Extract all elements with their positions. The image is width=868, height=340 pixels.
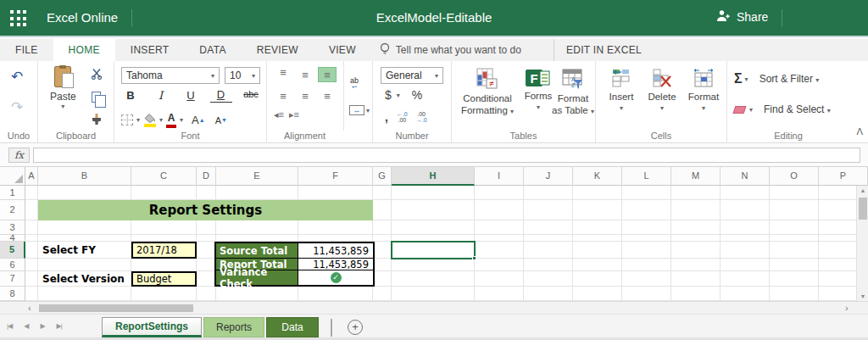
borders-icon[interactable] [121,114,133,125]
grid-cell-G8[interactable] [373,287,392,301]
grid-cell-K8[interactable] [573,287,622,301]
select-all-corner[interactable] [0,167,25,186]
grid-cell-D1[interactable] [197,186,216,200]
grid-cell-C3[interactable] [131,220,197,235]
grid-cell-N5[interactable] [721,242,770,259]
report-settings-title-cell[interactable]: Report Settings [38,200,373,220]
grid-cell-N1[interactable] [721,186,770,200]
grid-cell-I5[interactable] [475,242,524,259]
grid-cell-E1[interactable] [216,186,298,200]
formula-input[interactable] [33,148,860,163]
underline-button[interactable]: U [180,89,202,103]
grid-cell-G3[interactable] [373,220,392,235]
grid-cell-J4[interactable] [524,235,573,242]
currency-icon[interactable]: $ [385,88,392,102]
grid-cell-M6[interactable] [671,259,721,271]
italic-button[interactable]: I [150,89,172,103]
grid-cell-J3[interactable] [524,220,573,235]
grid-cell-I3[interactable] [475,220,524,235]
grid-cell-M2[interactable] [671,200,721,220]
vertical-scrollbar[interactable]: ▲ ▼ [856,186,868,301]
column-header-J[interactable]: J [524,167,573,186]
grid-cell-C4[interactable] [131,235,197,242]
tell-me-box[interactable]: Tell me what you want to do [371,39,530,61]
grid-cell-A4[interactable] [25,235,38,242]
align-right-icon[interactable]: ≡ [318,88,337,103]
grid-cell-J5[interactable] [524,242,573,259]
row-header-6[interactable]: 6 [0,259,25,271]
column-header-A[interactable]: A [25,167,38,186]
fill-color-icon[interactable] [143,114,156,127]
grid-cell-H6[interactable] [392,259,475,271]
insert-cells-button[interactable]: Insert ▾ [603,68,640,114]
grid-cell-B1[interactable] [38,186,131,200]
grid-cell-J2[interactable] [524,200,573,220]
column-header-C[interactable]: C [131,167,197,186]
grid-cell-N4[interactable] [721,235,770,242]
grid-cell-E3[interactable] [216,220,298,235]
grid-cell-A3[interactable] [25,220,38,235]
grid-cell-L1[interactable] [622,186,671,200]
forms-button[interactable]: F Forms ▾ [521,68,555,114]
grid-cell-N8[interactable] [721,287,770,301]
grid-cell-D4[interactable] [197,235,216,242]
grid-cell-L2[interactable] [622,200,671,220]
column-header-G[interactable]: G [373,167,392,186]
menu-tab-insert[interactable]: INSERT [115,39,185,61]
row-header-5[interactable]: 5 [0,242,25,259]
grid-cell-F8[interactable] [298,287,373,301]
conditional-formatting-button[interactable]: ≠ Conditional Formatting ▾ [457,68,518,118]
font-color-icon[interactable]: A [166,112,176,128]
grid-cell-A7[interactable] [25,271,38,287]
column-header-I[interactable]: I [475,167,524,186]
grid-cell-C6[interactable] [131,259,197,271]
first-sheet-icon[interactable]: |◀ [7,322,12,330]
grid-cell-O5[interactable] [770,242,819,259]
grid-cell-L7[interactable] [622,271,671,287]
grid-cell-L3[interactable] [622,220,671,235]
bold-button[interactable]: B [120,89,142,103]
column-header-M[interactable]: M [671,167,721,186]
increase-decimal-icon[interactable]: ←.0.00 [397,111,408,123]
comma-style-icon[interactable]: , [385,110,388,124]
grid-cell-D8[interactable] [197,287,216,301]
row-header-3[interactable]: 3 [0,220,25,235]
strikethrough-button[interactable]: abc [240,89,262,103]
grid-cell-I1[interactable] [475,186,524,200]
copy-icon[interactable] [92,92,101,103]
grid-cell-I8[interactable] [475,287,524,301]
paste-button[interactable]: Paste ▾ [50,66,76,110]
grid-cell-D5[interactable] [197,242,216,259]
grid-cell-A6[interactable] [25,259,38,271]
add-sheet-button[interactable]: + [348,320,363,335]
select-version-input-cell[interactable]: Budget [131,271,197,287]
column-header-L[interactable]: L [622,167,671,186]
report-total-value[interactable]: 11,453,859 [298,259,373,270]
grid-cell-M8[interactable] [671,287,721,301]
align-left-icon[interactable]: ≡ [274,88,292,103]
grid-cell-M3[interactable] [671,220,721,235]
row-header-1[interactable]: 1 [0,186,25,200]
grid-cell-K4[interactable] [573,235,622,242]
grid-cell-A2[interactable] [25,200,38,220]
grid-cell-A5[interactable] [25,242,38,259]
shrink-font-icon[interactable]: A▼ [215,115,227,125]
grid-cell-K6[interactable] [573,259,622,271]
grid-cell-G6[interactable] [373,259,392,271]
column-header-F[interactable]: F [298,167,373,186]
grid-cell-L4[interactable] [622,235,671,242]
menu-tab-review[interactable]: REVIEW [242,39,314,61]
last-sheet-icon[interactable]: ▶| [57,322,62,330]
grid-cell-N2[interactable] [721,200,770,220]
grid-cell-O1[interactable] [770,186,819,200]
grid-cell-J1[interactable] [524,186,573,200]
grid-cell-C1[interactable] [131,186,197,200]
prev-sheet-icon[interactable]: ◀ [24,322,28,330]
selected-cell-h5[interactable] [391,241,476,259]
format-as-table-button[interactable]: AZ Format as Table ▾ [552,68,594,118]
format-painter-icon[interactable] [91,114,103,125]
grid-cell-D7[interactable] [197,271,216,287]
grid-cell-H2[interactable] [392,200,475,220]
grid-cell-F1[interactable] [298,186,373,200]
fx-icon[interactable]: fx [8,148,30,163]
